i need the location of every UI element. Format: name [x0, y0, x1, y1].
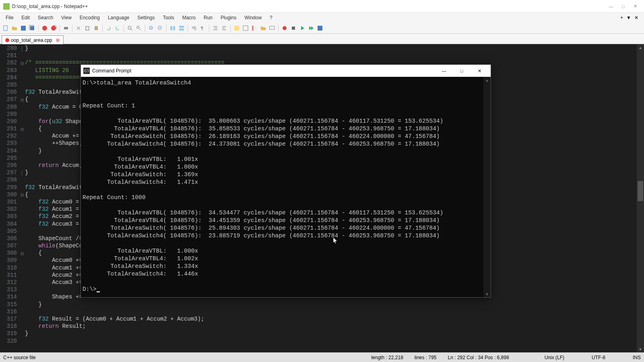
show-all-chars-icon[interactable]: ¶: [199, 24, 207, 32]
replace-icon[interactable]: [135, 24, 143, 32]
tab-file[interactable]: oop_total_area.cpp ⊗: [2, 35, 64, 44]
maximize-button[interactable]: □: [621, 4, 625, 9]
status-encoding: UTF-8: [592, 355, 605, 360]
paste-icon[interactable]: [92, 24, 100, 32]
svg-rect-1: [21, 26, 26, 31]
vertical-scrollbar[interactable]: ▲ ▼: [637, 44, 644, 352]
svg-rect-28: [292, 27, 295, 30]
play-macro-icon[interactable]: [298, 24, 306, 32]
undo-icon[interactable]: [105, 24, 113, 32]
close-file-icon[interactable]: [41, 24, 49, 32]
menu-edit[interactable]: Edit: [17, 14, 34, 21]
status-length: length : 22,218: [371, 355, 403, 360]
doc-list-icon[interactable]: [250, 24, 258, 32]
save-icon[interactable]: [19, 24, 27, 32]
scroll-down-icon[interactable]: ▼: [637, 346, 644, 352]
copy-icon[interactable]: [83, 24, 91, 32]
print-icon[interactable]: [62, 24, 70, 32]
svg-rect-9: [95, 26, 98, 30]
save-all-icon[interactable]: [28, 24, 36, 32]
menu-language[interactable]: Language: [104, 14, 133, 21]
svg-rect-23: [243, 26, 248, 31]
scroll-up-icon[interactable]: ▲: [637, 44, 644, 51]
cmd-scrollbar[interactable]: ▲ ▼: [483, 77, 491, 297]
cmd-title: Command Prompt: [92, 68, 435, 74]
stop-macro-icon[interactable]: [289, 24, 297, 32]
svg-rect-17: [170, 26, 172, 30]
tab-close-icon[interactable]: ⊗: [56, 37, 60, 43]
status-filetype: C++ source file: [3, 355, 36, 360]
monitor-icon[interactable]: [268, 24, 276, 32]
svg-text:+: +: [150, 26, 152, 30]
svg-rect-26: [270, 26, 275, 29]
svg-point-27: [283, 26, 287, 30]
fold-plus-icon[interactable]: +: [620, 15, 623, 21]
status-position: Ln : 292 Col : 34 Pos : 6,898: [448, 355, 509, 360]
svg-rect-22: [234, 26, 239, 31]
indent-icon[interactable]: [211, 24, 219, 32]
find-icon[interactable]: [126, 24, 134, 32]
cmd-minimize-button[interactable]: —: [435, 65, 453, 76]
status-bar: C++ source file length : 22,218 lines : …: [0, 352, 644, 362]
zoom-in-icon[interactable]: +: [147, 24, 155, 32]
svg-text:¶: ¶: [201, 26, 203, 31]
svg-point-10: [128, 26, 131, 29]
record-macro-icon[interactable]: [281, 24, 289, 32]
cmd-icon: C:\: [83, 68, 90, 74]
cmd-scroll-up-icon[interactable]: ▲: [483, 77, 491, 83]
cmd-maximize-button[interactable]: □: [453, 65, 471, 76]
close-tab-icon[interactable]: ✕: [634, 15, 638, 21]
new-file-icon[interactable]: [2, 24, 10, 32]
svg-rect-18: [173, 26, 175, 30]
menu-help[interactable]: ?: [266, 14, 277, 21]
folder-icon[interactable]: [259, 24, 267, 32]
cmd-close-button[interactable]: ✕: [471, 65, 488, 76]
cmd-scroll-down-icon[interactable]: ▼: [483, 291, 491, 297]
cmd-titlebar[interactable]: C:\ Command Prompt — □ ✕: [81, 65, 491, 77]
func-list-icon[interactable]: [233, 24, 241, 32]
save-macro-icon[interactable]: [316, 24, 324, 32]
menu-bar: File Edit Search View Encoding Language …: [0, 13, 644, 23]
app-icon: [3, 3, 10, 10]
redo-icon[interactable]: [114, 24, 122, 32]
fold-column[interactable]: │⊟⊟⊟│⊟⊟: [19, 44, 25, 352]
menu-run[interactable]: Run: [200, 14, 217, 21]
svg-rect-24: [252, 26, 254, 31]
doc-map-icon[interactable]: [242, 24, 250, 32]
svg-rect-19: [179, 26, 184, 28]
toolbar: + - ¶: [0, 23, 644, 34]
menu-plugins[interactable]: Plugins: [217, 14, 240, 21]
menu-view[interactable]: View: [57, 14, 76, 21]
play-multi-icon[interactable]: [307, 24, 315, 32]
cut-icon[interactable]: [74, 24, 83, 32]
menu-macro[interactable]: Macro: [178, 14, 200, 21]
sync-h-icon[interactable]: [178, 24, 186, 32]
cmd-cursor: [97, 291, 100, 292]
svg-point-5: [51, 26, 56, 31]
status-insert-mode: INS: [633, 355, 641, 360]
svg-rect-29: [318, 26, 322, 31]
close-all-icon[interactable]: [50, 24, 58, 32]
open-file-icon[interactable]: [10, 24, 19, 32]
cmd-output[interactable]: D:\>total_area TotalAreaSwitch4 Repeat C…: [81, 77, 491, 297]
menu-search[interactable]: Search: [34, 14, 57, 21]
svg-rect-25: [254, 26, 257, 31]
wordwrap-icon[interactable]: [190, 24, 198, 32]
menu-tools[interactable]: Tools: [159, 14, 178, 21]
sync-v-icon[interactable]: [169, 24, 177, 32]
svg-text:-: -: [159, 26, 160, 29]
minimize-button[interactable]: —: [609, 4, 613, 9]
scrollbar-thumb[interactable]: [638, 181, 643, 201]
tab-modified-icon: [5, 38, 9, 42]
menu-settings[interactable]: Settings: [133, 14, 159, 21]
status-lines: lines : 795: [415, 355, 437, 360]
command-prompt-window[interactable]: C:\ Command Prompt — □ ✕ D:\>total_area …: [80, 64, 491, 298]
menu-file[interactable]: File: [2, 14, 17, 21]
close-button[interactable]: ✕: [633, 4, 638, 9]
zoom-out-icon[interactable]: -: [156, 24, 164, 32]
outdent-icon[interactable]: [220, 24, 228, 32]
menu-window[interactable]: Window: [240, 14, 266, 21]
fold-down-icon[interactable]: ▼: [626, 15, 631, 21]
menu-encoding[interactable]: Encoding: [76, 14, 104, 21]
svg-point-12: [137, 26, 139, 29]
